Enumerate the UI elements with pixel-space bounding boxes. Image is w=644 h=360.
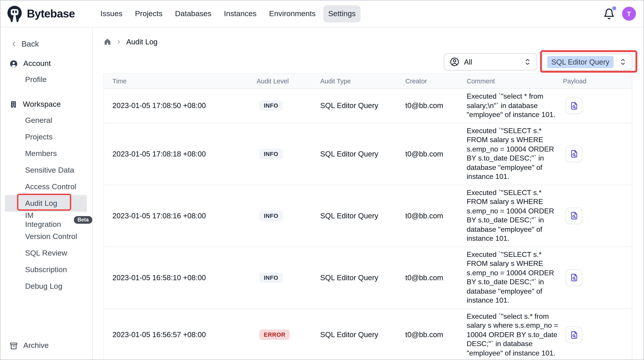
sidebar-item-label: General	[25, 116, 52, 125]
sidebar-item-projects[interactable]: Projects	[0, 129, 92, 145]
cell-payload	[563, 143, 632, 165]
unfold-chevrons-icon	[524, 58, 531, 66]
chevron-right-icon	[116, 39, 122, 45]
column-header-payload: Payload	[563, 78, 632, 85]
archive-icon	[10, 341, 18, 350]
cell-audit-type: SQL Editor Query	[320, 102, 405, 110]
sidebar-item-label: Members	[25, 149, 57, 158]
audit-level-badge: ERROR	[259, 330, 290, 340]
type-filter-select[interactable]: SQL Editor Query	[542, 53, 632, 70]
file-search-icon	[570, 273, 578, 282]
sidebar-item-sensitive-data[interactable]: Sensitive Data	[0, 162, 92, 178]
payload-view-button[interactable]	[566, 327, 582, 343]
cell-audit-level: INFO	[256, 272, 320, 283]
audit-log-table: TimeAudit LevelAudit TypeCreatorCommentP…	[104, 74, 632, 360]
sidebar-section-account: Account	[0, 56, 92, 71]
sidebar-item-label: SQL Review	[25, 249, 67, 258]
sidebar-item-access-control[interactable]: Access Control	[0, 178, 92, 195]
sidebar-item-general[interactable]: General	[0, 112, 92, 129]
archive-label: Archive	[23, 341, 48, 350]
brand-name: Bytebase	[27, 7, 75, 20]
sidebar-item-debug-log[interactable]: Debug Log	[0, 278, 92, 295]
avatar[interactable]: T	[622, 7, 636, 21]
workspace-items: GeneralProjectsMembersSensitive DataAcce…	[0, 112, 92, 295]
notification-dot	[612, 6, 616, 10]
notifications-button[interactable]	[603, 8, 615, 20]
sidebar-item-label: Audit Log	[25, 199, 57, 208]
app-window: Bytebase IssuesProjectsDatabasesInstance…	[0, 0, 644, 360]
sidebar-item-profile[interactable]: Profile	[0, 71, 92, 88]
sidebar-item-label: Access Control	[25, 182, 76, 191]
sidebar-item-label: Sensitive Data	[25, 166, 74, 175]
sidebar-item-im-integration[interactable]: IM IntegrationBeta	[0, 212, 92, 228]
sidebar-item-sql-review[interactable]: SQL Review	[0, 245, 92, 261]
table-row: 2023-01-05 16:58:10 +08:00INFOSQL Editor…	[104, 247, 632, 309]
file-search-icon	[570, 101, 578, 110]
sidebar-item-subscription[interactable]: Subscription	[0, 261, 92, 278]
payload-view-button[interactable]	[566, 269, 582, 286]
nav-item-issues[interactable]: Issues	[96, 5, 127, 22]
user-circle-icon	[10, 59, 18, 68]
cell-payload	[563, 95, 632, 117]
creator-filter-select[interactable]: All	[444, 53, 537, 70]
sidebar-item-label: Projects	[25, 132, 52, 141]
table-body: 2023-01-05 17:08:50 +08:00INFOSQL Editor…	[104, 89, 632, 360]
sidebar-item-label: Version Control	[25, 232, 77, 241]
sidebar-item-label: IM Integration	[25, 211, 70, 229]
nav-item-databases[interactable]: Databases	[170, 5, 216, 22]
sidebar-item-label: Debug Log	[25, 282, 62, 291]
sidebar-item-archive[interactable]: Archive	[0, 338, 92, 353]
settings-sidebar: Back Account Profile Wor	[0, 27, 93, 359]
type-filter-value: SQL Editor Query	[547, 56, 613, 68]
cell-comment: Executed `"SELECT s.* FROM salary s WHER…	[467, 185, 563, 246]
section-label: Account	[23, 59, 51, 68]
nav-item-settings[interactable]: Settings	[323, 5, 360, 22]
audit-level-badge: INFO	[259, 211, 283, 221]
cell-comment: Executed `"select * from salary;\n"` in …	[467, 89, 563, 123]
payload-view-button[interactable]	[566, 145, 582, 162]
back-button[interactable]: Back	[0, 37, 92, 51]
file-search-icon	[570, 211, 578, 220]
sidebar-item-audit-log[interactable]: Audit Log	[5, 195, 87, 212]
cell-comment: Executed `"select s.* from salary s wher…	[467, 309, 563, 360]
account-items: Profile	[0, 71, 92, 88]
sidebar-section-workspace: Workspace	[0, 97, 92, 112]
cell-time: 2023-01-05 16:56:57 +08:00	[112, 331, 256, 339]
cell-creator: t0@bb.com	[405, 211, 467, 220]
home-icon[interactable]	[104, 38, 112, 46]
building-icon	[10, 100, 18, 108]
cell-audit-level: INFO	[256, 149, 320, 159]
column-header-audit-type: Audit Type	[320, 78, 405, 85]
nav-item-environments[interactable]: Environments	[264, 5, 321, 22]
back-label: Back	[22, 39, 39, 49]
user-circle-outline-icon	[450, 57, 460, 67]
payload-view-button[interactable]	[566, 97, 582, 114]
section-label: Workspace	[23, 100, 61, 109]
filter-bar: All SQL Editor Query	[104, 53, 632, 70]
sidebar-item-version-control[interactable]: Version Control	[0, 228, 92, 245]
audit-level-badge: INFO	[259, 149, 283, 159]
nav-item-projects[interactable]: Projects	[130, 5, 168, 22]
bytebase-logo[interactable]: Bytebase	[6, 5, 75, 22]
main-content: Audit Log All SQL Editor Query	[93, 27, 644, 359]
sidebar-item-label: Profile	[25, 75, 46, 84]
cell-time: 2023-01-05 17:08:50 +08:00	[112, 102, 256, 110]
cell-creator: t0@bb.com	[405, 331, 467, 339]
cell-audit-type: SQL Editor Query	[320, 331, 405, 339]
file-search-icon	[570, 149, 578, 158]
payload-view-button[interactable]	[566, 207, 582, 224]
nav-item-instances[interactable]: Instances	[219, 5, 262, 22]
chevron-left-icon	[10, 40, 18, 48]
beta-badge: Beta	[74, 216, 92, 224]
column-header-comment: Comment	[467, 78, 563, 85]
cell-audit-type: SQL Editor Query	[320, 273, 405, 282]
cell-creator: t0@bb.com	[405, 149, 467, 158]
bytebase-mascot-icon	[6, 5, 23, 22]
sidebar-item-members[interactable]: Members	[0, 145, 92, 162]
cell-audit-level: INFO	[256, 101, 320, 111]
cell-audit-type: SQL Editor Query	[320, 211, 405, 220]
table-header-row: TimeAudit LevelAudit TypeCreatorCommentP…	[104, 74, 632, 89]
sidebar-item-label: Subscription	[25, 265, 67, 274]
audit-level-badge: INFO	[259, 272, 283, 283]
audit-level-badge: INFO	[259, 101, 283, 111]
